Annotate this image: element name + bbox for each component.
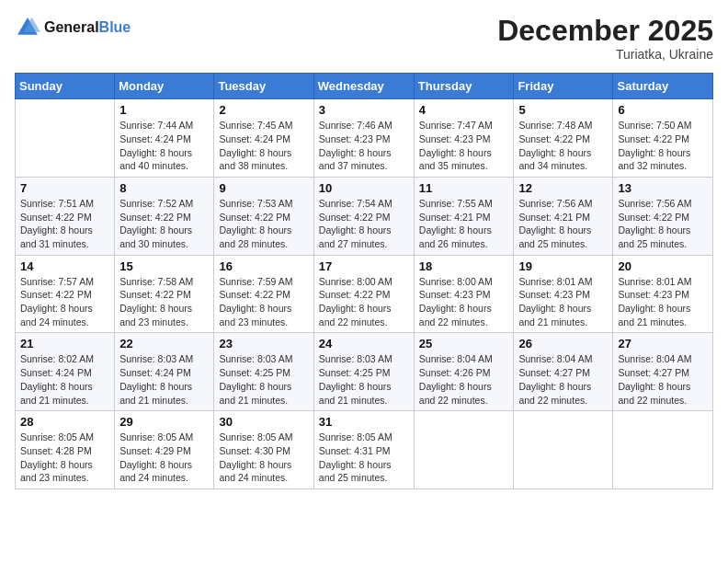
day-number: 15 [119,259,209,273]
calendar-cell: 15 Sunrise: 7:58 AMSunset: 4:22 PMDaylig… [115,255,214,333]
day-number: 21 [20,337,109,350]
page-header: GeneralBlue December 2025 Turiatka, Ukra… [15,15,713,62]
day-info: Sunrise: 8:05 AMSunset: 4:29 PMDaylight:… [119,431,209,485]
day-info: Sunrise: 8:03 AMSunset: 4:25 PMDaylight:… [319,352,409,407]
day-info: Sunrise: 7:45 AMSunset: 4:24 PMDaylight:… [219,119,308,173]
week-row-3: 14 Sunrise: 7:57 AMSunset: 4:22 PMDaylig… [16,255,713,333]
day-number: 5 [518,103,608,117]
week-row-2: 7 Sunrise: 7:51 AMSunset: 4:22 PMDayligh… [16,177,713,255]
logo: GeneralBlue [15,15,131,40]
day-number: 13 [618,181,708,195]
day-info: Sunrise: 8:05 AMSunset: 4:31 PMDaylight:… [319,431,409,485]
day-info: Sunrise: 7:50 AMSunset: 4:22 PMDaylight:… [618,119,708,173]
calendar-cell: 17 Sunrise: 8:00 AMSunset: 4:22 PMDaylig… [313,255,414,333]
calendar-cell: 29 Sunrise: 8:05 AMSunset: 4:29 PMDaylig… [115,411,214,489]
day-info: Sunrise: 8:04 AMSunset: 4:27 PMDaylight:… [618,352,708,407]
logo-text: GeneralBlue [44,19,131,36]
calendar-cell [613,411,713,489]
calendar-cell: 26 Sunrise: 8:04 AMSunset: 4:27 PMDaylig… [514,333,613,411]
day-info: Sunrise: 8:04 AMSunset: 4:27 PMDaylight:… [518,352,608,407]
title-block: December 2025 Turiatka, Ukraine [497,15,713,62]
logo-icon [15,15,40,40]
day-info: Sunrise: 7:48 AMSunset: 4:22 PMDaylight:… [518,119,608,173]
day-info: Sunrise: 7:44 AMSunset: 4:24 PMDaylight:… [119,119,209,173]
day-info: Sunrise: 7:56 AMSunset: 4:21 PMDaylight:… [518,197,608,251]
calendar-cell: 7 Sunrise: 7:51 AMSunset: 4:22 PMDayligh… [16,177,115,255]
day-number: 24 [319,337,409,350]
day-info: Sunrise: 8:03 AMSunset: 4:24 PMDaylight:… [119,352,209,407]
day-info: Sunrise: 8:05 AMSunset: 4:28 PMDaylight:… [20,431,109,485]
calendar-cell: 28 Sunrise: 8:05 AMSunset: 4:28 PMDaylig… [16,411,115,489]
calendar-cell: 16 Sunrise: 7:59 AMSunset: 4:22 PMDaylig… [214,255,313,333]
calendar-cell: 2 Sunrise: 7:45 AMSunset: 4:24 PMDayligh… [214,99,313,178]
month-title: December 2025 [497,15,713,47]
calendar-cell: 1 Sunrise: 7:44 AMSunset: 4:24 PMDayligh… [115,99,214,178]
col-header-thursday: Thursday [414,74,514,99]
calendar-cell: 11 Sunrise: 7:55 AMSunset: 4:21 PMDaylig… [414,177,514,255]
col-header-monday: Monday [115,74,214,99]
calendar-cell: 18 Sunrise: 8:00 AMSunset: 4:23 PMDaylig… [414,255,514,333]
calendar-cell: 12 Sunrise: 7:56 AMSunset: 4:21 PMDaylig… [514,177,613,255]
calendar-table: SundayMondayTuesdayWednesdayThursdayFrid… [15,73,713,489]
day-number: 3 [319,103,409,117]
day-number: 2 [219,103,308,117]
calendar-cell: 20 Sunrise: 8:01 AMSunset: 4:23 PMDaylig… [613,255,713,333]
calendar-cell: 14 Sunrise: 7:57 AMSunset: 4:22 PMDaylig… [16,255,115,333]
calendar-cell: 13 Sunrise: 7:56 AMSunset: 4:22 PMDaylig… [613,177,713,255]
location-subtitle: Turiatka, Ukraine [497,47,713,62]
day-number: 4 [419,103,509,117]
col-header-friday: Friday [514,74,613,99]
calendar-cell: 3 Sunrise: 7:46 AMSunset: 4:23 PMDayligh… [313,99,414,178]
calendar-cell: 21 Sunrise: 8:02 AMSunset: 4:24 PMDaylig… [16,333,115,411]
calendar-cell: 22 Sunrise: 8:03 AMSunset: 4:24 PMDaylig… [115,333,214,411]
day-info: Sunrise: 7:51 AMSunset: 4:22 PMDaylight:… [20,197,109,251]
day-info: Sunrise: 8:00 AMSunset: 4:22 PMDaylight:… [319,275,409,329]
day-number: 20 [618,259,708,273]
week-row-5: 28 Sunrise: 8:05 AMSunset: 4:28 PMDaylig… [16,411,713,489]
day-number: 18 [419,259,509,273]
day-number: 8 [119,181,209,195]
calendar-cell: 9 Sunrise: 7:53 AMSunset: 4:22 PMDayligh… [214,177,313,255]
calendar-header-row: SundayMondayTuesdayWednesdayThursdayFrid… [16,74,713,99]
day-number: 30 [219,415,308,429]
week-row-1: 1 Sunrise: 7:44 AMSunset: 4:24 PMDayligh… [16,99,713,178]
calendar-cell: 27 Sunrise: 8:04 AMSunset: 4:27 PMDaylig… [613,333,713,411]
calendar-cell: 30 Sunrise: 8:05 AMSunset: 4:30 PMDaylig… [214,411,313,489]
day-info: Sunrise: 7:59 AMSunset: 4:22 PMDaylight:… [219,275,308,329]
day-info: Sunrise: 8:02 AMSunset: 4:24 PMDaylight:… [20,352,109,407]
day-number: 12 [518,181,608,195]
day-info: Sunrise: 8:05 AMSunset: 4:30 PMDaylight:… [219,431,308,485]
calendar-cell: 25 Sunrise: 8:04 AMSunset: 4:26 PMDaylig… [414,333,514,411]
calendar-cell: 23 Sunrise: 8:03 AMSunset: 4:25 PMDaylig… [214,333,313,411]
day-number: 19 [518,259,608,273]
calendar-cell: 10 Sunrise: 7:54 AMSunset: 4:22 PMDaylig… [313,177,414,255]
day-number: 7 [20,181,109,195]
day-number: 31 [319,415,409,429]
day-number: 10 [319,181,409,195]
day-number: 26 [518,337,608,350]
day-number: 29 [119,415,209,429]
calendar-cell: 24 Sunrise: 8:03 AMSunset: 4:25 PMDaylig… [313,333,414,411]
day-number: 6 [618,103,708,117]
day-number: 1 [119,103,209,117]
day-number: 28 [20,415,109,429]
calendar-cell [514,411,613,489]
day-number: 11 [419,181,509,195]
calendar-cell: 19 Sunrise: 8:01 AMSunset: 4:23 PMDaylig… [514,255,613,333]
day-number: 23 [219,337,308,350]
calendar-cell [16,99,115,178]
day-info: Sunrise: 7:46 AMSunset: 4:23 PMDaylight:… [319,119,409,173]
calendar-cell: 31 Sunrise: 8:05 AMSunset: 4:31 PMDaylig… [313,411,414,489]
calendar-cell: 5 Sunrise: 7:48 AMSunset: 4:22 PMDayligh… [514,99,613,178]
day-info: Sunrise: 7:52 AMSunset: 4:22 PMDaylight:… [119,197,209,251]
day-number: 25 [419,337,509,350]
calendar-cell: 8 Sunrise: 7:52 AMSunset: 4:22 PMDayligh… [115,177,214,255]
day-number: 17 [319,259,409,273]
day-info: Sunrise: 7:53 AMSunset: 4:22 PMDaylight:… [219,197,308,251]
day-info: Sunrise: 8:00 AMSunset: 4:23 PMDaylight:… [419,275,509,329]
col-header-sunday: Sunday [16,74,115,99]
calendar-cell [414,411,514,489]
day-number: 16 [219,259,308,273]
day-info: Sunrise: 7:58 AMSunset: 4:22 PMDaylight:… [119,275,209,329]
col-header-wednesday: Wednesday [313,74,414,99]
